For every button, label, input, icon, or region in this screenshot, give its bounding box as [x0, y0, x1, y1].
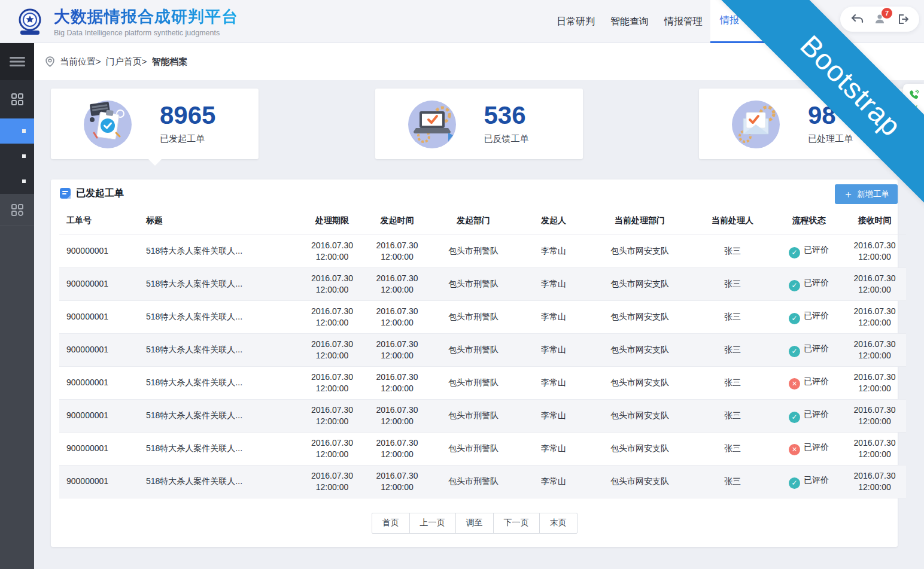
- sidebar-subitem-3[interactable]: [0, 169, 34, 194]
- cell-starter: 李常山: [518, 267, 589, 300]
- phone-icon: [908, 90, 919, 101]
- pagination-prev-button[interactable]: 上一页: [409, 513, 456, 534]
- undo-icon: [850, 14, 864, 25]
- col-start-time: 发起时间: [366, 207, 428, 235]
- cell-start-dept: 包头市刑警队: [428, 465, 518, 498]
- sidebar-menu-group: [0, 80, 34, 194]
- cell-current-dept: 包头市网安支队: [589, 465, 691, 498]
- col-current-handler: 当前处理人: [691, 207, 774, 235]
- app-subtitle: Big Data Intelligence platform synthetic…: [54, 29, 238, 37]
- pagination-next-button[interactable]: 下一页: [493, 513, 540, 534]
- pagination-first-button[interactable]: 首页: [372, 513, 410, 534]
- cell-order-no: 900000001: [59, 465, 146, 498]
- table-row[interactable]: 900000001 518特大杀人案件关联人... 2016.07.3012:0…: [59, 300, 906, 333]
- status-label: 已评价: [804, 311, 829, 320]
- undo-button[interactable]: [850, 13, 864, 26]
- hamburger-icon: [10, 56, 25, 68]
- grid-icon: [11, 203, 24, 217]
- cell-order-no: 900000001: [59, 333, 146, 366]
- breadcrumb-portal-home[interactable]: 门户首页>: [106, 56, 147, 68]
- sidebar-toggle-button[interactable]: [0, 43, 34, 80]
- document-icon: [59, 187, 71, 199]
- submenu-dot: [22, 179, 26, 183]
- cell-start-dept: 包头市刑警队: [428, 235, 518, 267]
- cell-current-handler: 张三: [691, 465, 774, 498]
- table-row[interactable]: 900000001 518特大杀人案件关联人... 2016.07.3012:0…: [59, 399, 906, 432]
- table-row[interactable]: 900000001 518特大杀人案件关联人... 2016.07.3012:0…: [59, 333, 906, 366]
- cell-start-time: 2016.07.3012:00:00: [366, 432, 428, 465]
- cell-deadline: 2016.07.3012:00:00: [299, 366, 366, 399]
- col-status: 流程状态: [774, 207, 843, 235]
- pagination-last-button[interactable]: 末页: [539, 513, 578, 534]
- stat-card-initiated[interactable]: 8965 已发起工单: [51, 89, 259, 159]
- cell-start-time: 2016.07.3012:00:00: [366, 399, 428, 432]
- add-worksheet-button[interactable]: ＋ 新增工单: [835, 184, 898, 204]
- add-worksheet-label: 新增工单: [857, 189, 889, 200]
- cell-starter: 李常山: [518, 235, 589, 267]
- cell-status: 已评价: [774, 333, 843, 366]
- table-row[interactable]: 900000001 518特大杀人案件关联人... 2016.07.3012:0…: [59, 267, 906, 300]
- pagination-jump-button[interactable]: 调至: [455, 513, 494, 534]
- table-row[interactable]: 900000001 518特大杀人案件关联人... 2016.07.3012:0…: [59, 235, 906, 267]
- cell-deadline: 2016.07.3012:00:00: [299, 267, 366, 300]
- table-row[interactable]: 900000001 518特大杀人案件关联人... 2016.07.3012:0…: [59, 465, 906, 498]
- cell-receive-time: 2016.07.3012:00:00: [843, 235, 906, 267]
- nav-item-daily-judgment[interactable]: 日常研判: [549, 0, 603, 43]
- cell-start-dept: 包头市刑警队: [428, 366, 518, 399]
- cell-title: 518特大杀人案件关联人...: [146, 333, 299, 366]
- submenu-dot: [22, 129, 26, 133]
- cell-status: 已评价: [774, 300, 843, 333]
- worksheet-table: 工单号 标题 处理期限 发起时间 发起部门 发起人 当前处理部门 当前处理人 流…: [59, 207, 906, 498]
- plus-icon: ＋: [843, 189, 853, 199]
- cell-order-no: 900000001: [59, 267, 146, 300]
- sidebar-item-modules[interactable]: [0, 80, 34, 118]
- cell-current-handler: 张三: [691, 333, 774, 366]
- panel-header: 已发起工单 ＋ 新增工单: [51, 179, 898, 207]
- cell-start-time: 2016.07.3012:00:00: [366, 300, 428, 333]
- cell-current-dept: 包头市网安支队: [589, 300, 691, 333]
- table-row[interactable]: 900000001 518特大杀人案件关联人... 2016.07.3012:0…: [59, 432, 906, 465]
- stat-card-feedback[interactable]: 536 已反馈工单: [375, 89, 583, 159]
- stat-label: 已发起工单: [160, 133, 215, 145]
- status-icon: [789, 280, 800, 291]
- cell-title: 518特大杀人案件关联人...: [146, 267, 299, 300]
- status-label: 已评价: [804, 376, 829, 386]
- col-order-no: 工单号: [59, 207, 146, 235]
- cell-deadline: 2016.07.3012:00:00: [299, 235, 366, 267]
- cell-order-no: 900000001: [59, 399, 146, 432]
- sidebar-item-modules-2[interactable]: [0, 194, 34, 226]
- cell-status: 已评价: [774, 465, 843, 498]
- cell-start-time: 2016.07.3012:00:00: [366, 366, 428, 399]
- sidebar-subitem-1-active[interactable]: [0, 118, 34, 144]
- status-icon: [789, 346, 800, 357]
- status-label: 已评价: [804, 442, 829, 452]
- cell-starter: 李常山: [518, 465, 589, 498]
- logout-icon: [897, 13, 909, 25]
- status-label: 已评价: [804, 409, 829, 419]
- cell-receive-time: 2016.07.3012:00:00: [843, 366, 906, 399]
- table-header: 工单号 标题 处理期限 发起时间 发起部门 发起人 当前处理部门 当前处理人 流…: [59, 207, 906, 235]
- cell-start-dept: 包头市刑警队: [428, 399, 518, 432]
- cell-order-no: 900000001: [59, 432, 146, 465]
- col-receive-time: 接收时间: [843, 207, 906, 235]
- cell-order-no: 900000001: [59, 235, 146, 267]
- cell-receive-time: 2016.07.3012:00:00: [843, 465, 906, 498]
- cell-current-handler: 张三: [691, 432, 774, 465]
- table-row[interactable]: 900000001 518特大杀人案件关联人... 2016.07.3012:0…: [59, 366, 906, 399]
- sidebar: [0, 43, 34, 569]
- logout-button[interactable]: [896, 13, 910, 26]
- sidebar-subitem-2[interactable]: [0, 144, 34, 169]
- cell-start-time: 2016.07.3012:00:00: [366, 235, 428, 267]
- cell-starter: 李常山: [518, 300, 589, 333]
- user-notifications-button[interactable]: 7: [873, 13, 886, 26]
- brand: 大数据情报合成研判平台 Big Data Intelligence platfo…: [14, 6, 238, 37]
- cell-current-handler: 张三: [691, 267, 774, 300]
- status-icon: [789, 247, 800, 258]
- cell-current-handler: 张三: [691, 235, 774, 267]
- nav-item-intel-management[interactable]: 情报管理: [656, 0, 710, 43]
- status-label: 已评价: [804, 278, 829, 287]
- col-deadline: 处理期限: [299, 207, 366, 235]
- nav-item-smart-query[interactable]: 智能查询: [603, 0, 656, 43]
- laptop-check-illustration-icon: [406, 98, 458, 150]
- stat-value: 8965: [160, 103, 215, 128]
